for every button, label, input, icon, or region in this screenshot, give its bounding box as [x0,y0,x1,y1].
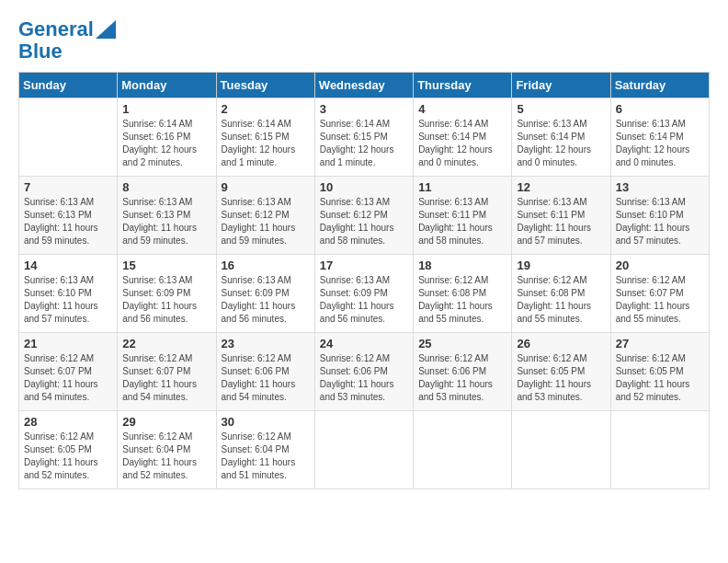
day-number: 18 [418,259,506,272]
calendar-cell: 10Sunrise: 6:13 AM Sunset: 6:12 PM Dayli… [314,177,413,255]
calendar-cell: 29Sunrise: 6:12 AM Sunset: 6:04 PM Dayli… [118,411,216,489]
calendar-table: SundayMondayTuesdayWednesdayThursdayFrid… [18,72,710,489]
day-number: 4 [418,102,506,116]
calendar-cell: 14Sunrise: 6:13 AM Sunset: 6:10 PM Dayli… [19,255,118,333]
day-number: 10 [320,180,408,194]
calendar-cell: 5Sunrise: 6:13 AM Sunset: 6:14 PM Daylig… [512,98,610,177]
day-info: Sunrise: 6:14 AM Sunset: 6:16 PM Dayligh… [122,118,210,169]
day-header-tuesday: Tuesday [216,73,314,98]
calendar-cell [314,411,413,489]
day-info: Sunrise: 6:12 AM Sunset: 6:06 PM Dayligh… [222,352,310,404]
calendar-cell: 18Sunrise: 6:12 AM Sunset: 6:08 PM Dayli… [414,255,512,333]
calendar-cell [19,98,118,177]
calendar-cell: 16Sunrise: 6:13 AM Sunset: 6:09 PM Dayli… [216,255,314,333]
day-info: Sunrise: 6:14 AM Sunset: 6:15 PM Dayligh… [222,118,310,169]
day-info: Sunrise: 6:13 AM Sunset: 6:13 PM Dayligh… [24,196,112,247]
calendar-cell: 25Sunrise: 6:12 AM Sunset: 6:06 PM Dayli… [414,333,512,411]
calendar-cell: 4Sunrise: 6:14 AM Sunset: 6:14 PM Daylig… [414,98,512,177]
day-info: Sunrise: 6:12 AM Sunset: 6:06 PM Dayligh… [320,352,408,404]
day-number: 6 [616,102,704,116]
day-number: 29 [122,415,210,429]
day-info: Sunrise: 6:13 AM Sunset: 6:10 PM Dayligh… [24,274,112,326]
calendar-cell: 30Sunrise: 6:12 AM Sunset: 6:04 PM Dayli… [216,411,314,489]
day-info: Sunrise: 6:12 AM Sunset: 6:07 PM Dayligh… [616,274,704,326]
calendar-cell: 21Sunrise: 6:12 AM Sunset: 6:07 PM Dayli… [19,333,118,411]
calendar-cell: 22Sunrise: 6:12 AM Sunset: 6:07 PM Dayli… [118,333,216,411]
logo: General Blue [18,18,116,63]
day-number: 12 [517,180,605,194]
day-info: Sunrise: 6:13 AM Sunset: 6:11 PM Dayligh… [418,196,506,247]
calendar-cell: 19Sunrise: 6:12 AM Sunset: 6:08 PM Dayli… [512,255,610,333]
day-info: Sunrise: 6:12 AM Sunset: 6:08 PM Dayligh… [418,274,506,326]
day-number: 27 [616,337,704,350]
day-info: Sunrise: 6:13 AM Sunset: 6:10 PM Dayligh… [616,196,704,247]
day-number: 22 [122,337,210,350]
day-number: 25 [418,337,506,350]
day-info: Sunrise: 6:12 AM Sunset: 6:08 PM Dayligh… [517,274,605,326]
day-info: Sunrise: 6:13 AM Sunset: 6:09 PM Dayligh… [222,274,310,326]
day-number: 5 [517,102,605,116]
day-info: Sunrise: 6:13 AM Sunset: 6:09 PM Dayligh… [320,274,408,326]
day-header-monday: Monday [118,73,216,98]
calendar-cell: 1Sunrise: 6:14 AM Sunset: 6:16 PM Daylig… [118,98,216,177]
day-info: Sunrise: 6:13 AM Sunset: 6:12 PM Dayligh… [222,196,310,247]
calendar-cell: 26Sunrise: 6:12 AM Sunset: 6:05 PM Dayli… [512,333,610,411]
page-header: General Blue [18,18,710,63]
calendar-cell: 15Sunrise: 6:13 AM Sunset: 6:09 PM Dayli… [118,255,216,333]
calendar-cell: 20Sunrise: 6:12 AM Sunset: 6:07 PM Dayli… [610,255,709,333]
logo-line1: General [18,18,94,40]
day-number: 13 [616,180,704,194]
day-info: Sunrise: 6:12 AM Sunset: 6:04 PM Dayligh… [122,431,210,482]
day-header-sunday: Sunday [19,73,118,98]
day-info: Sunrise: 6:14 AM Sunset: 6:15 PM Dayligh… [320,118,408,169]
day-number: 19 [517,259,605,272]
calendar-cell: 8Sunrise: 6:13 AM Sunset: 6:13 PM Daylig… [118,177,216,255]
day-number: 23 [222,337,310,350]
calendar-cell: 9Sunrise: 6:13 AM Sunset: 6:12 PM Daylig… [216,177,314,255]
day-header-thursday: Thursday [414,73,512,98]
calendar-cell: 13Sunrise: 6:13 AM Sunset: 6:10 PM Dayli… [610,177,709,255]
calendar-cell: 17Sunrise: 6:13 AM Sunset: 6:09 PM Dayli… [314,255,413,333]
calendar-cell [610,411,709,489]
calendar-cell: 11Sunrise: 6:13 AM Sunset: 6:11 PM Dayli… [414,177,512,255]
day-number: 14 [24,259,112,272]
day-number: 17 [320,259,408,272]
day-info: Sunrise: 6:13 AM Sunset: 6:13 PM Dayligh… [122,196,210,247]
day-number: 24 [320,337,408,350]
calendar-cell [414,411,512,489]
day-number: 2 [222,102,310,116]
calendar-cell: 6Sunrise: 6:13 AM Sunset: 6:14 PM Daylig… [610,98,709,177]
day-info: Sunrise: 6:13 AM Sunset: 6:09 PM Dayligh… [122,274,210,326]
day-number: 28 [24,415,112,429]
day-info: Sunrise: 6:12 AM Sunset: 6:05 PM Dayligh… [616,352,704,404]
day-info: Sunrise: 6:12 AM Sunset: 6:07 PM Dayligh… [122,352,210,404]
day-number: 16 [222,259,310,272]
day-number: 20 [616,259,704,272]
day-info: Sunrise: 6:12 AM Sunset: 6:07 PM Dayligh… [24,352,112,404]
calendar-cell: 27Sunrise: 6:12 AM Sunset: 6:05 PM Dayli… [610,333,709,411]
day-number: 15 [122,259,210,272]
day-header-saturday: Saturday [610,73,709,98]
calendar-cell: 24Sunrise: 6:12 AM Sunset: 6:06 PM Dayli… [314,333,413,411]
day-number: 11 [418,180,506,194]
day-info: Sunrise: 6:13 AM Sunset: 6:11 PM Dayligh… [517,196,605,247]
day-number: 30 [222,415,310,429]
calendar-cell: 3Sunrise: 6:14 AM Sunset: 6:15 PM Daylig… [314,98,413,177]
day-number: 9 [222,180,310,194]
day-number: 1 [122,102,210,116]
logo-line2: Blue [18,40,63,63]
day-info: Sunrise: 6:12 AM Sunset: 6:05 PM Dayligh… [24,431,112,482]
day-header-wednesday: Wednesday [314,73,413,98]
day-info: Sunrise: 6:13 AM Sunset: 6:12 PM Dayligh… [320,196,408,247]
day-info: Sunrise: 6:12 AM Sunset: 6:06 PM Dayligh… [418,352,506,404]
calendar-cell: 7Sunrise: 6:13 AM Sunset: 6:13 PM Daylig… [19,177,118,255]
calendar-cell [512,411,610,489]
day-info: Sunrise: 6:13 AM Sunset: 6:14 PM Dayligh… [517,118,605,169]
day-info: Sunrise: 6:12 AM Sunset: 6:04 PM Dayligh… [222,431,310,482]
day-info: Sunrise: 6:13 AM Sunset: 6:14 PM Dayligh… [616,118,704,169]
calendar-cell: 23Sunrise: 6:12 AM Sunset: 6:06 PM Dayli… [216,333,314,411]
calendar-cell: 28Sunrise: 6:12 AM Sunset: 6:05 PM Dayli… [19,411,118,489]
day-header-friday: Friday [512,73,610,98]
calendar-cell: 12Sunrise: 6:13 AM Sunset: 6:11 PM Dayli… [512,177,610,255]
day-info: Sunrise: 6:14 AM Sunset: 6:14 PM Dayligh… [418,118,506,169]
